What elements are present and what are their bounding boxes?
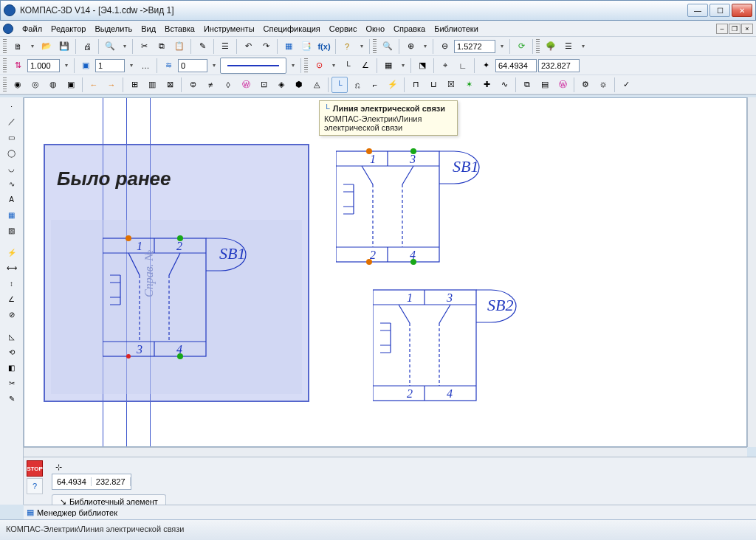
maximize-button[interactable]: ☐ [709, 4, 730, 17]
style-icon[interactable]: ≋ [160, 58, 176, 74]
arrow-right[interactable]: → [103, 77, 120, 93]
minimize-button[interactable]: — [687, 4, 708, 17]
zoom-fit-button[interactable]: 🔍 [379, 38, 396, 55]
elec-tool-9[interactable]: ≠ [202, 77, 219, 93]
elec-tool-23[interactable]: ✶ [461, 77, 477, 93]
new-button[interactable]: 🗎 [10, 38, 26, 55]
menu-file[interactable]: Файл [18, 23, 47, 35]
mdi-restore[interactable]: ❐ [729, 24, 740, 34]
menu-window[interactable]: Окно [361, 23, 389, 35]
elec-tool-27[interactable]: ▤ [537, 77, 553, 93]
geom-spline[interactable]: ∿ [4, 176, 19, 191]
cursor-y-input[interactable] [538, 59, 580, 72]
save-button[interactable]: 💾 [56, 38, 72, 55]
fx-button[interactable]: f(x) [316, 38, 332, 55]
elec-tool-5[interactable]: ⊞ [126, 77, 142, 93]
brush-button[interactable]: ✎ [194, 38, 210, 55]
elec-tool-29[interactable]: ⚙ [577, 77, 594, 93]
elec-tool-1[interactable]: ◉ [10, 77, 26, 93]
geom-table[interactable]: ▦ [4, 207, 19, 222]
elec-tool-14[interactable]: ⬢ [291, 77, 307, 93]
library-manager-bar[interactable]: ▦ Менеджер библиотек [24, 505, 756, 519]
elec-tool-13[interactable]: ◈ [273, 77, 289, 93]
properties-button[interactable]: ☰ [217, 38, 233, 55]
geom-line[interactable]: ／ [4, 114, 19, 129]
layer-input[interactable] [95, 59, 125, 72]
menu-select[interactable]: Выделить [90, 23, 137, 35]
toolbar-grip[interactable] [3, 39, 7, 54]
new-dropdown[interactable]: ▾ [27, 38, 37, 55]
zoom-out-button[interactable]: ⊖ [436, 38, 453, 55]
state-toggle[interactable]: ⇅ [10, 58, 26, 74]
elec-tool-17[interactable]: ⎌ [349, 77, 365, 93]
edit-tool[interactable]: ✎ [4, 391, 19, 406]
layer-dialog-button[interactable]: … [137, 58, 154, 74]
elec-tool-3[interactable]: ◍ [45, 77, 61, 93]
toolbar-grip[interactable] [3, 58, 7, 73]
elec-tool-21[interactable]: ⊔ [425, 77, 441, 93]
lcs-button[interactable]: ⬔ [414, 58, 430, 74]
elec-tool-6[interactable]: ▥ [144, 77, 160, 93]
menu-insert[interactable]: Вставка [160, 23, 199, 35]
elec-tool-25[interactable]: ∿ [496, 77, 512, 93]
vertical-scrollbar[interactable] [747, 97, 756, 447]
elec-tool-20[interactable]: ⊓ [408, 77, 424, 93]
geom-arc[interactable]: ◡ [4, 161, 19, 176]
grid-button[interactable]: ▦ [380, 58, 396, 74]
horizontal-scrollbar[interactable] [24, 447, 747, 457]
edit-trim[interactable]: ✂ [4, 375, 19, 390]
layer-icon[interactable]: ▣ [78, 58, 94, 74]
elec-tool-30[interactable]: ⛭ [595, 77, 611, 93]
elec-tool-19[interactable]: ⚡ [385, 77, 401, 93]
mdi-close[interactable]: × [741, 24, 753, 34]
stop-button[interactable]: STOP [27, 460, 43, 477]
copy-button[interactable]: ⧉ [154, 38, 170, 55]
geom-rect[interactable]: ▭ [4, 130, 19, 145]
mdi-minimize[interactable]: – [716, 24, 728, 34]
redo-button[interactable]: ↷ [258, 38, 274, 55]
menu-view[interactable]: Вид [137, 23, 160, 35]
menu-libs[interactable]: Библиотеки [430, 23, 483, 35]
toolbar-grip[interactable] [373, 39, 377, 54]
elec-tool-12[interactable]: ⊡ [255, 77, 272, 93]
variables-button[interactable]: 📑 [298, 38, 315, 55]
drawing-canvas[interactable]: Было ранее 1 2 3 4 SB1 Справ. № [24, 97, 747, 447]
dim-linear[interactable]: ⚡ [4, 245, 19, 260]
toolbar-grip[interactable] [304, 58, 308, 73]
elec-tool-10[interactable]: ◊ [220, 77, 236, 93]
electrical-line-button[interactable]: └ [331, 77, 348, 93]
menu-help[interactable]: Справка [389, 23, 430, 35]
ortho-button[interactable]: └ [340, 58, 356, 74]
preview-button[interactable]: 🔍 [102, 38, 118, 55]
libraries-button[interactable]: ▦ [281, 38, 297, 55]
geom-point[interactable]: ⋅ [4, 99, 19, 114]
undo-button[interactable]: ↶ [240, 38, 256, 55]
elec-tool-11[interactable]: Ⓦ [238, 77, 254, 93]
menu-tools[interactable]: Инструменты [199, 23, 259, 35]
scale-input[interactable] [27, 59, 60, 72]
dim-v[interactable]: ↕ [4, 276, 19, 291]
elec-tool-18[interactable]: ⌐ [367, 77, 383, 93]
coords-mode-button[interactable]: ∟ [455, 58, 471, 74]
menu-editor[interactable]: Редактор [47, 23, 90, 35]
edit-move[interactable]: ◺ [4, 329, 19, 344]
elec-tool-24[interactable]: ✚ [478, 77, 495, 93]
dim-angle[interactable]: ∠ [4, 291, 19, 306]
elec-tool-31[interactable]: ✓ [618, 77, 634, 93]
elec-tool-4[interactable]: ▣ [63, 77, 79, 93]
close-button[interactable]: ✕ [732, 4, 752, 17]
geom-text[interactable]: A [4, 192, 19, 207]
open-button[interactable]: 📂 [38, 38, 55, 55]
geom-circle[interactable]: ◯ [4, 145, 19, 160]
linestyle-combo[interactable] [220, 58, 286, 74]
elec-tool-8[interactable]: ⊜ [185, 77, 201, 93]
elec-tool-28[interactable]: Ⓦ [554, 77, 571, 93]
menu-service[interactable]: Сервис [325, 23, 362, 35]
toolbar-grip[interactable] [536, 39, 540, 54]
elec-tool-2[interactable]: ◎ [27, 77, 44, 93]
help-panel-button[interactable]: ? [27, 478, 43, 494]
toolbar-grip[interactable] [3, 77, 7, 92]
arrow-left[interactable]: ← [86, 77, 102, 93]
elec-tool-26[interactable]: ⧉ [519, 77, 535, 93]
angle-snap-button[interactable]: ∠ [357, 58, 374, 74]
